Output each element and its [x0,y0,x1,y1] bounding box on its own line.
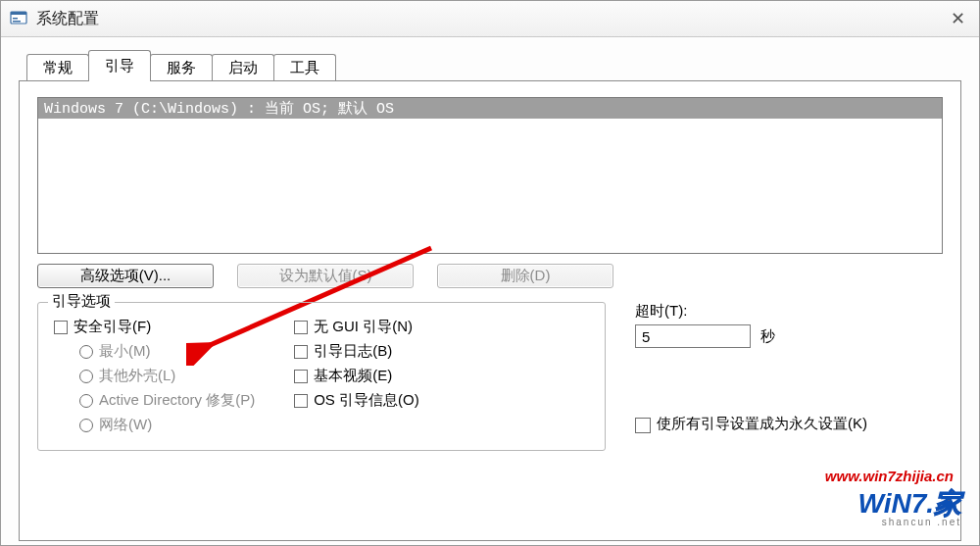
boot-log-label: 引导日志(B) [314,342,392,361]
tabpage-boot: Windows 7 (C:\Windows) : 当前 OS; 默认 OS 高级… [19,80,961,541]
safeboot-altshell-label: 其他外壳(L) [99,367,175,385]
safeboot-network-radio: 网络(W) [79,416,255,434]
safe-boot-label: 安全引导(F) [74,318,151,336]
delete-button: 删除(D) [437,264,613,288]
safeboot-altshell-radio: 其他外壳(L) [79,367,255,385]
base-video-checkbox[interactable]: 基本视频(E) [294,367,419,385]
boot-options-legend: 引导选项 [48,292,115,311]
window-title: 系统配置 [36,9,99,29]
timeout-input[interactable]: 5 [635,324,751,348]
timeout-unit: 秒 [760,327,775,346]
make-permanent-checkbox[interactable]: 使所有引导设置成为永久设置(K) [635,415,867,433]
boot-entries-list[interactable]: Windows 7 (C:\Windows) : 当前 OS; 默认 OS [37,97,943,254]
checkbox-icon [294,345,308,359]
titlebar: 系统配置 ✕ [1,1,979,37]
radio-icon [79,345,93,359]
tabstrip: 常规 引导 服务 启动 工具 [26,51,961,80]
tab-tools[interactable]: 工具 [273,54,336,81]
safeboot-network-label: 网络(W) [99,416,152,434]
svg-rect-3 [13,21,21,23]
boot-log-checkbox[interactable]: 引导日志(B) [294,342,419,361]
boot-entry[interactable]: Windows 7 (C:\Windows) : 当前 OS; 默认 OS [38,98,942,119]
radio-icon [79,394,93,408]
safeboot-minimal-radio: 最小(M) [79,342,255,361]
safeboot-adrepair-radio: Active Directory 修复(P) [79,391,255,410]
radio-icon [79,370,93,383]
lower-area: 引导选项 安全引导(F) 最小(M) [37,302,943,451]
safe-boot-checkbox[interactable]: 安全引导(F) [54,318,255,336]
checkbox-icon [635,418,651,433]
radio-icon [79,419,93,432]
make-permanent-label: 使所有引导设置成为永久设置(K) [657,415,867,433]
checkbox-icon [294,394,308,408]
no-gui-boot-label: 无 GUI 引导(N) [314,318,413,336]
boot-options-group: 引导选项 安全引导(F) 最小(M) [37,302,606,451]
timeout-value: 5 [642,328,650,345]
safeboot-adrepair-label: Active Directory 修复(P) [99,391,255,410]
tab-services[interactable]: 服务 [150,54,213,81]
close-icon[interactable]: ✕ [945,8,971,29]
boot-options-left-col: 安全引导(F) 最小(M) 其他外壳(L) [54,317,255,440]
checkbox-icon [294,321,308,334]
svg-rect-2 [13,18,18,20]
checkbox-icon [54,321,68,334]
client-area: 常规 引导 服务 启动 工具 Windows 7 (C:\Windows) : … [1,37,979,546]
boot-buttons-row: 高级选项(V)... 设为默认值(S) 删除(D) [37,264,943,288]
app-icon [9,9,28,28]
timeout-label: 超时(T): [635,302,867,321]
tab-startup[interactable]: 启动 [212,54,274,81]
advanced-options-button[interactable]: 高级选项(V)... [37,264,214,288]
tab-general[interactable]: 常规 [26,54,89,81]
os-boot-info-checkbox[interactable]: OS 引导信息(O) [294,391,419,410]
set-default-button: 设为默认值(S) [237,264,414,288]
safeboot-minimal-label: 最小(M) [99,342,151,361]
svg-rect-1 [11,12,26,15]
msconfig-window: 系统配置 ✕ 常规 引导 服务 启动 工具 Windows 7 (C:\W [0,0,980,546]
timeout-column: 超时(T): 5 秒 使所有引导设置成为永久设置(K) [635,302,867,451]
checkbox-icon [294,370,308,383]
no-gui-boot-checkbox[interactable]: 无 GUI 引导(N) [294,318,419,336]
base-video-label: 基本视频(E) [314,367,392,385]
boot-options-right-col: 无 GUI 引导(N) 引导日志(B) 基本视频(E) [294,317,419,440]
os-boot-info-label: OS 引导信息(O) [314,391,419,410]
tab-boot[interactable]: 引导 [88,50,151,81]
